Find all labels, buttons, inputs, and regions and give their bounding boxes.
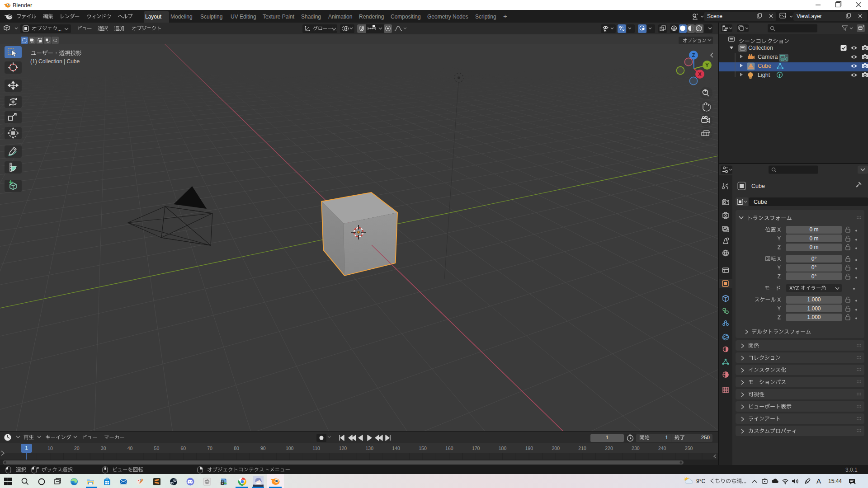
svg-text:Light: Light	[758, 72, 770, 78]
svg-text:Camera: Camera	[758, 54, 778, 60]
svg-text:Y: Y	[705, 62, 709, 68]
svg-text:Z: Z	[692, 52, 695, 58]
svg-text:Cube: Cube	[758, 63, 771, 69]
svg-text:Collection: Collection	[748, 45, 773, 51]
svg-text:Cube: Cube	[754, 199, 767, 205]
svg-text:X: X	[698, 71, 702, 77]
svg-text:Cube: Cube	[751, 183, 765, 189]
